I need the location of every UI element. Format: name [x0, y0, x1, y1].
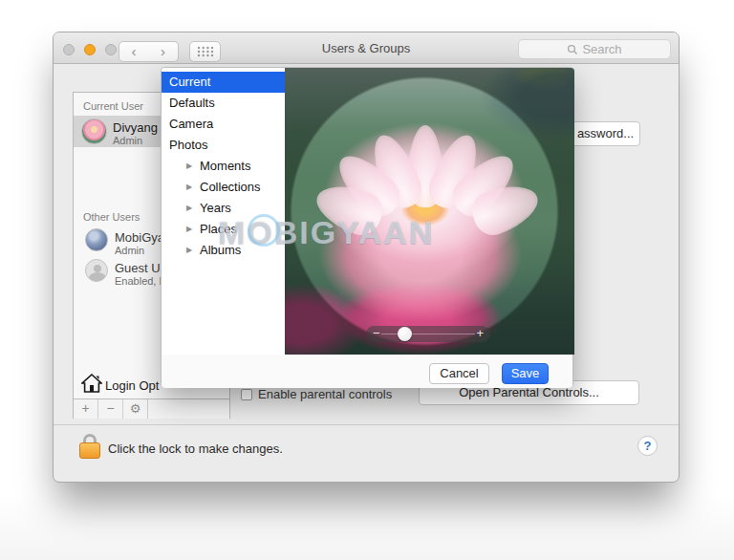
minus-icon: −	[106, 400, 114, 416]
picker-item-albums[interactable]: ▶Albums	[162, 240, 285, 261]
current-user-avatar[interactable]	[81, 118, 107, 144]
home-icon	[81, 374, 102, 393]
remove-user-button[interactable]: −	[98, 399, 123, 419]
parental-controls-checkbox[interactable]	[241, 389, 252, 400]
lock-icon[interactable]	[79, 434, 102, 463]
other-users-header: Other Users	[83, 211, 140, 223]
picker-item-years[interactable]: ▶Years	[162, 198, 285, 219]
picker-item-label: Collections	[200, 180, 261, 194]
picker-footer: Cancel Save	[162, 355, 572, 388]
user-avatar-globe[interactable]	[85, 228, 108, 251]
other-user-name[interactable]: MobiGya	[115, 230, 164, 245]
cancel-button[interactable]: Cancel	[429, 363, 489, 384]
slider-track[interactable]	[381, 334, 475, 334]
user-actions-bar: + − ⚙	[74, 398, 229, 419]
zoom-slider[interactable]: − +	[366, 326, 490, 342]
picker-item-label: Years	[200, 201, 231, 215]
gear-icon: ⚙	[130, 401, 141, 416]
zoom-out-icon[interactable]: −	[373, 326, 380, 342]
picker-item-collections[interactable]: ▶Collections	[162, 177, 285, 198]
picker-item-moments[interactable]: ▶Moments	[162, 156, 285, 177]
disclosure-triangle-icon[interactable]: ▶	[186, 198, 192, 219]
picker-item-places[interactable]: ▶Places	[162, 219, 285, 240]
help-button[interactable]: ?	[637, 436, 658, 456]
zoom-in-icon[interactable]: +	[476, 326, 484, 342]
search-input[interactable]: Search	[518, 39, 671, 59]
login-options-label: Login Opt	[105, 378, 159, 393]
disclosure-triangle-icon[interactable]: ▶	[186, 156, 192, 177]
parental-controls-label: Enable parental controls	[258, 387, 392, 401]
picker-item-label: Moments	[200, 159, 250, 173]
guest-user-name[interactable]: Guest Us	[115, 261, 166, 275]
add-user-button[interactable]: +	[74, 399, 98, 419]
picker-item-photos[interactable]: Photos	[162, 135, 285, 156]
current-user-name: Divyang	[113, 120, 158, 135]
person-shoulders-icon	[89, 272, 106, 282]
avatar-picker-popover: Current Defaults Camera Photos ▶Moments …	[161, 67, 573, 388]
guest-user-avatar[interactable]	[85, 259, 108, 282]
picker-item-current[interactable]: Current	[162, 72, 285, 93]
person-icon	[94, 265, 101, 272]
search-placeholder: Search	[582, 42, 621, 56]
current-user-header: Current User	[83, 100, 143, 112]
picker-source-list: Current Defaults Camera Photos ▶Moments …	[162, 68, 285, 355]
disclosure-triangle-icon[interactable]: ▶	[186, 219, 192, 240]
slider-knob[interactable]	[398, 327, 412, 341]
screenshot-stage: ‹ › Users & Groups Search	[0, 0, 734, 560]
plus-icon: +	[81, 400, 89, 416]
disclosure-triangle-icon[interactable]: ▶	[186, 240, 192, 261]
avatar-photo-preview[interactable]: − +	[285, 68, 574, 355]
picker-item-camera[interactable]: Camera	[162, 114, 285, 135]
lock-body-icon	[79, 442, 100, 459]
picker-item-label: Places	[200, 222, 237, 236]
picker-item-defaults[interactable]: Defaults	[162, 93, 285, 114]
user-actions-menu-button[interactable]: ⚙	[123, 399, 148, 419]
titlebar: ‹ › Users & Groups Search	[54, 32, 679, 64]
current-user-role: Admin	[113, 135, 142, 146]
bottom-divider	[54, 424, 679, 425]
question-mark-icon: ?	[644, 439, 652, 453]
picker-item-label: Albums	[200, 243, 241, 257]
disclosure-triangle-icon[interactable]: ▶	[186, 177, 192, 198]
circular-crop-mask	[285, 68, 574, 355]
search-icon	[567, 44, 578, 55]
lock-message: Click the lock to make changes.	[108, 442, 283, 456]
change-password-button[interactable]: assword...	[571, 121, 640, 146]
other-user-role: Admin	[115, 245, 144, 256]
save-button[interactable]: Save	[502, 363, 549, 384]
